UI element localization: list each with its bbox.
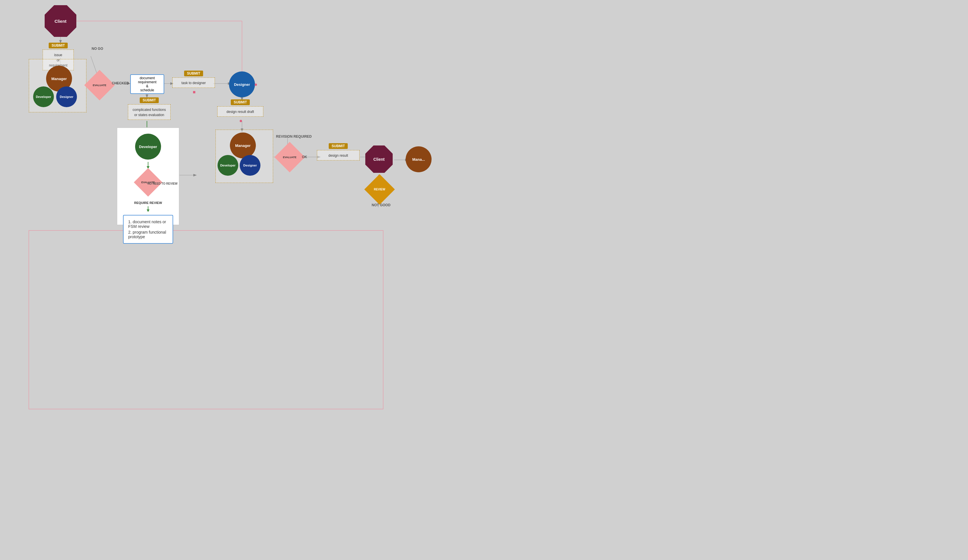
require-review-label: REQUIRE REVIEW (123, 201, 173, 204)
submit-comp-func-badge: SUBMIT (140, 98, 159, 103)
task-to-designer-label: task to designer (181, 81, 206, 85)
developer-card-node: Developer (135, 134, 161, 160)
design-draft-label: design result draft (227, 110, 254, 114)
designer-node: Designer (229, 71, 255, 98)
developer-popup-card: Developer EVALUATE NO NEED TO REVIEW REQ… (117, 128, 179, 225)
submit-design-draft-badge: SUBMIT (231, 99, 250, 105)
submit-badge-issue: SUBMIT (49, 43, 68, 48)
review-diamond: REVIEW (369, 179, 390, 200)
doc-requirement-text: documentrequirement&schedule (138, 76, 156, 92)
dot-submit-task (193, 91, 195, 93)
developer-left-node: Developer (33, 86, 54, 107)
manager-node-2: Manager (230, 133, 256, 158)
svg-rect-23 (29, 230, 383, 409)
manager-right-label: Mana... (412, 157, 425, 162)
submit-comp-func-box: complicated functionsor states evaluatio… (128, 104, 171, 120)
manager-label: Manager (51, 77, 66, 81)
client-right-node: Client (365, 146, 393, 173)
client-right-label: Client (373, 157, 385, 162)
submit-design-draft-container: SUBMIT design result draft (217, 99, 264, 117)
review-label: REVIEW (374, 188, 385, 191)
submit-task-badge: SUBMIT (184, 71, 203, 76)
flowchart-canvas: Client SUBMIT issueorrequirement NO GO M… (0, 0, 968, 560)
submit-task-box: task to designer (172, 78, 215, 88)
designer-2-label: Designer (243, 164, 257, 167)
doc-requirement-box: documentrequirement&schedule (130, 75, 164, 94)
ok-label: OK (302, 155, 307, 159)
no-need-review-label: NO NEED TO REVIEW (148, 182, 177, 185)
evaluate-diamond-2: EVALUATE (279, 146, 300, 168)
svg-marker-27 (147, 209, 149, 212)
evaluate-diamond-1: EVALUATE (89, 75, 110, 96)
card-arrow-2 (123, 206, 173, 213)
no-go-label: NO GO (91, 47, 103, 51)
checked-label: CHECKED (112, 81, 129, 85)
designer-left-label: Designer (60, 95, 73, 98)
developer-node-2: Developer (217, 155, 238, 176)
checklist-item-1: 1. document notes or FSM review (128, 220, 168, 229)
submit-design-draft-box: design result draft (217, 106, 264, 117)
submit-design-result-box: design result (317, 150, 360, 161)
submit-design-result-container: SUBMIT design result (317, 143, 360, 161)
submit-task-container: SUBMIT task to designer (172, 71, 215, 88)
revision-required-label: REVISION REQUIRED (276, 134, 312, 139)
dot-design-draft (240, 120, 242, 122)
submit-design-result-badge: SUBMIT (329, 143, 348, 149)
submit-comp-func-container: SUBMIT complicated functionsor states ev… (128, 98, 171, 120)
checklist-item-2: 2. program functional prototype (128, 230, 168, 239)
designer-node-2: Designer (240, 155, 260, 176)
client-top-node: Client (45, 5, 76, 37)
developer-card-label: Developer (139, 144, 157, 149)
developer-2-label: Developer (220, 164, 235, 167)
design-result-label: design result (328, 154, 348, 157)
evaluate-2-label: EVALUATE (283, 156, 297, 159)
manager-right-node: Mana... (406, 146, 432, 172)
manager-2-label: Manager (235, 144, 250, 148)
developer-left-label: Developer (36, 95, 51, 98)
designer-left-node: Designer (56, 86, 77, 107)
comp-func-label: complicated functionsor states evaluatio… (133, 108, 166, 117)
designer-node-label: Designer (234, 82, 250, 87)
not-good-label: NOT GOOD (372, 203, 390, 207)
evaluate-1-label: EVALUATE (93, 84, 106, 87)
dot-designer (255, 84, 257, 86)
client-top-label: Client (55, 19, 66, 24)
checklist-box: 1. document notes or FSM review 2. progr… (123, 215, 173, 244)
